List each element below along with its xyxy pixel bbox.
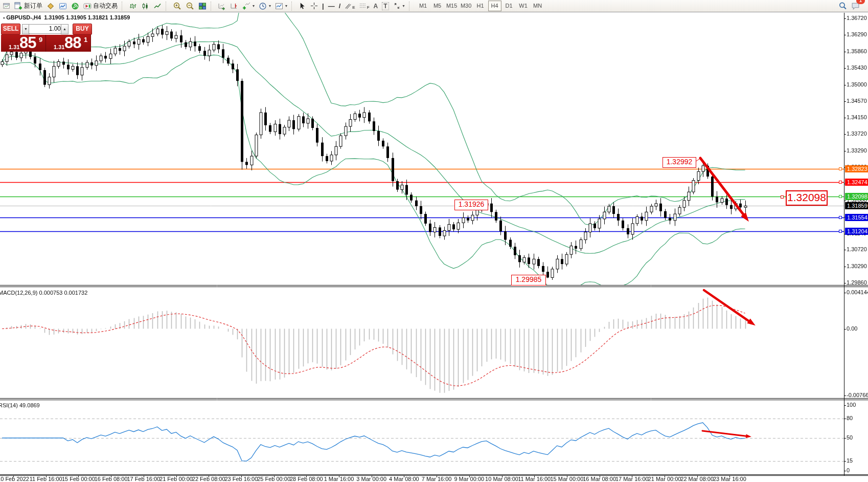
auto-trading-button[interactable]: 自动交易 [81, 0, 120, 12]
trendline-tool[interactable]: / [337, 0, 343, 12]
templates-icon[interactable]: ▾ [273, 0, 289, 12]
arrows-tool-icon[interactable]: ▾ [391, 0, 407, 12]
auto-trading-label: 自动交易 [93, 2, 118, 10]
bar-chart-icon[interactable] [127, 0, 139, 12]
periods-clock-icon[interactable]: ▾ [257, 0, 273, 12]
bid-price[interactable]: 1.31 85 9 [1, 35, 46, 52]
terminal-icon[interactable] [57, 0, 69, 12]
signals-icon[interactable] [69, 0, 81, 12]
timeframe-D1[interactable]: D1 [502, 1, 516, 11]
toolbar-separator [122, 2, 125, 11]
timeframe-H1[interactable]: H1 [474, 1, 487, 11]
new-order-icon [14, 2, 22, 10]
timeframe-group: M1M5M15M30H1H4D1W1MN [416, 1, 545, 11]
timeframe-H4[interactable]: H4 [488, 1, 501, 11]
vertical-line-tool[interactable]: | [320, 0, 326, 12]
rsi-label-row: RSI(14) 49.0869 [0, 402, 40, 408]
ohlc-values: 1.31905 1.31905 1.31821 1.31859 [44, 14, 130, 20]
cursor-tool-icon[interactable] [296, 0, 308, 12]
line-chart-icon[interactable] [151, 0, 164, 12]
toolbar-separator [166, 2, 169, 11]
zoom-in-icon[interactable] [171, 0, 184, 12]
dropdown-caret: ▾ [269, 4, 271, 8]
text-label-tool[interactable]: T [380, 0, 391, 12]
chat-icon[interactable]: 1 [849, 0, 862, 12]
mt4-terminal: 新订单 自动交易 ▾ ▾ ▾ | — / E F A T ▾ M1M [0, 0, 868, 482]
timeframe-W1[interactable]: W1 [517, 1, 530, 11]
buy-button[interactable]: BUY [73, 24, 92, 35]
dropdown-caret: ▾ [285, 4, 287, 8]
auto-scroll-icon[interactable] [216, 0, 228, 12]
text-tool[interactable]: A [372, 0, 380, 12]
volume-input[interactable]: 1.00 [29, 24, 63, 34]
indicators-icon[interactable]: ▾ [240, 0, 257, 12]
toolbar: 新订单 自动交易 ▾ ▾ ▾ | — / E F A T ▾ M1M [0, 0, 868, 12]
toolbar-separator [211, 2, 214, 11]
candlestick-chart-icon[interactable] [139, 0, 151, 12]
ask-price[interactable]: 1.31 88 1 [46, 35, 91, 52]
notification-badge: 1 [856, 0, 865, 4]
dropdown-caret: ▾ [253, 4, 255, 8]
macd-label-row: MACD(12,26,9) 0.000753 0.001732 [0, 290, 87, 296]
sell-button[interactable]: SELL [1, 24, 20, 35]
volume-increase-button[interactable]: ▲ [61, 24, 68, 34]
macd-values: 0.000753 0.001732 [39, 290, 87, 296]
bid-ask-panel: 1.31 85 9 1.31 88 1 [1, 35, 91, 52]
dropdown-caret: ▾ [403, 4, 405, 8]
market-watch-icon[interactable] [44, 0, 57, 12]
bullet-icon: ▪ [3, 15, 5, 20]
timeframe-M5[interactable]: M5 [431, 1, 444, 11]
crosshair-tool-icon[interactable] [308, 0, 320, 12]
toolbar-separator [409, 2, 413, 11]
zoom-out-icon[interactable] [184, 0, 196, 12]
rsi-value: 49.0869 [19, 402, 40, 408]
chart-shift-icon[interactable] [228, 0, 240, 12]
symbol-name: GBPUSD-,H4 [6, 14, 41, 20]
new-order-label: 新订单 [24, 2, 42, 10]
channel-tool-icon[interactable]: E [342, 0, 357, 12]
rsi-label: RSI(14) [0, 402, 18, 408]
timeframe-M15[interactable]: M15 [445, 1, 459, 11]
fibonacci-tool-icon[interactable]: F [357, 0, 372, 12]
chart-canvas[interactable] [0, 0, 868, 482]
horizontal-line-tool[interactable]: — [326, 0, 337, 12]
auto-trading-icon [83, 2, 92, 10]
timeframe-MN[interactable]: MN [531, 1, 544, 11]
chart-window-icon[interactable] [1, 0, 12, 12]
symbol-info: ▪GBPUSD-,H4 1.31905 1.31905 1.31821 1.31… [3, 14, 130, 20]
tile-windows-icon[interactable] [196, 0, 209, 12]
toolbar-separator [291, 2, 295, 11]
macd-label: MACD(12,26,9) [0, 290, 37, 296]
timeframe-M30[interactable]: M30 [460, 1, 473, 11]
timeframe-M1[interactable]: M1 [417, 1, 430, 11]
new-order-button[interactable]: 新订单 [12, 0, 44, 12]
search-icon[interactable] [836, 0, 849, 12]
